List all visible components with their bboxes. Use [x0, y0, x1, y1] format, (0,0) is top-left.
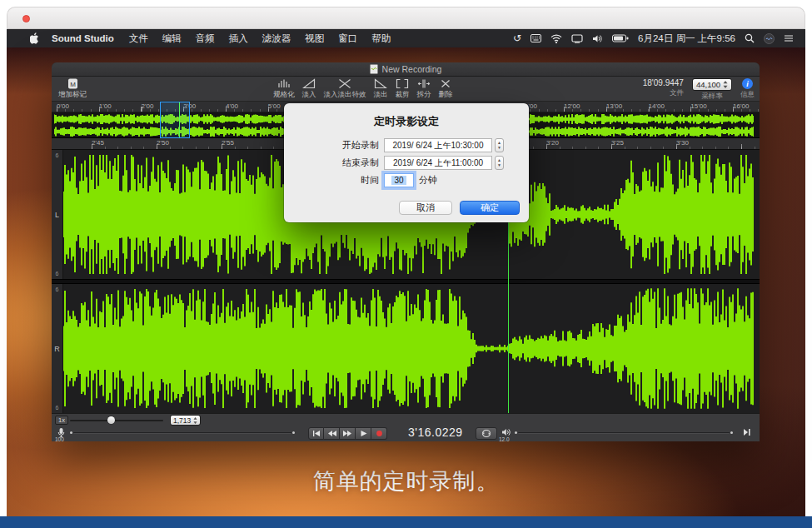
- fade-in-icon: [302, 78, 316, 89]
- menubar-status-area: ↺ 6月24日 周一 上午9:56: [513, 32, 794, 45]
- screenshot-frame-bar: [7, 7, 805, 29]
- ruler-tick-label: 2'45: [92, 139, 104, 147]
- ruler-tick-label: 2'50: [157, 139, 169, 147]
- duration-field[interactable]: 30: [384, 173, 414, 187]
- view-selection-box[interactable]: [160, 102, 190, 138]
- input-level-slider[interactable]: [70, 430, 295, 436]
- menubar-app-name[interactable]: Sound Studio: [52, 33, 114, 43]
- ruler-tick-label: 13'00: [606, 102, 622, 110]
- menu-edit[interactable]: 编辑: [162, 32, 182, 45]
- delete-icon: [439, 78, 452, 89]
- end-record-row: 结束录制 2019/ 6/24 上午11:00:00 ▲▼: [284, 154, 529, 172]
- siri-icon[interactable]: [764, 33, 775, 44]
- keyboard-input-icon[interactable]: [531, 34, 541, 42]
- delete-button[interactable]: 删除: [439, 78, 453, 100]
- add-marker-icon: M: [67, 78, 78, 89]
- transport-bar: 1x 1,713 100: [52, 413, 760, 441]
- ruler-tick-label: 2'00: [142, 102, 154, 110]
- split-button[interactable]: 拆分: [417, 78, 431, 100]
- trim-button[interactable]: 裁剪: [396, 78, 410, 100]
- menu-help[interactable]: 帮助: [371, 32, 391, 45]
- menu-file[interactable]: 文件: [129, 32, 148, 45]
- ruler-tick-label: 2'55: [222, 139, 234, 147]
- menubar-clock[interactable]: 6月24日 周一 上午9:56: [638, 32, 735, 45]
- start-record-row: 开始录制 2019/ 6/24 上午10:30:00 ▲▼: [284, 137, 529, 154]
- go-to-start-button[interactable]: [308, 427, 324, 440]
- overview-playhead: [179, 102, 180, 137]
- notification-center-icon[interactable]: [784, 34, 794, 42]
- ruler-tick-label: 3'25: [611, 139, 624, 147]
- normalize-button[interactable]: 规格化: [273, 78, 295, 100]
- right-channel-track: 6 R 6: [52, 284, 760, 413]
- close-dot[interactable]: [22, 15, 30, 22]
- fade-out-button[interactable]: 淡出: [374, 78, 388, 100]
- cancel-button[interactable]: 取消: [399, 201, 452, 215]
- menu-view[interactable]: 视图: [305, 32, 324, 45]
- file-length-value: 18'09.9447: [643, 78, 684, 87]
- duration-unit-label: 分钟: [419, 174, 437, 187]
- right-waveform-area[interactable]: [63, 284, 754, 413]
- go-to-end-button[interactable]: [743, 428, 751, 436]
- duration-row: 时间 30 分钟: [284, 172, 529, 189]
- zoom-slider-thumb[interactable]: [107, 416, 115, 424]
- start-record-stepper[interactable]: ▲▼: [495, 138, 504, 152]
- file-length-block: 18'09.9447 文件: [643, 78, 684, 98]
- left-track-scale-gutter: 6 L 6: [52, 150, 63, 279]
- menu-window[interactable]: 窗口: [338, 32, 357, 45]
- document-icon: [370, 64, 378, 74]
- ruler-tick-label: 14'00: [649, 102, 665, 110]
- output-volume-slider[interactable]: [515, 430, 733, 436]
- menu-filter[interactable]: 滤波器: [262, 32, 291, 45]
- zoom-level[interactable]: 1x: [55, 416, 68, 425]
- fast-forward-button[interactable]: [340, 427, 356, 440]
- sample-rate-block: 44,100 采样率: [692, 78, 732, 102]
- play-button[interactable]: [356, 427, 371, 440]
- loop-button[interactable]: [476, 427, 497, 440]
- fast-forward-icon: [343, 430, 352, 437]
- input-level-value: 100: [55, 436, 64, 441]
- time-machine-icon[interactable]: ↺: [513, 33, 521, 43]
- time-display: 3'16.0229: [408, 426, 463, 439]
- ruler-tick-label: 16'00: [733, 102, 749, 110]
- end-record-label: 结束录制: [322, 157, 379, 169]
- end-record-stepper[interactable]: ▲▼: [495, 156, 504, 170]
- loop-icon: [481, 429, 492, 438]
- battery-icon[interactable]: [612, 34, 629, 42]
- window-titlebar[interactable]: New Recording: [52, 62, 760, 77]
- rewind-button[interactable]: [324, 427, 340, 440]
- edit-tools: 规格化 淡入 淡入淡出特效 淡出 裁剪: [273, 78, 453, 100]
- start-record-field[interactable]: 2019/ 6/24 上午10:30:00: [384, 138, 492, 152]
- info-icon[interactable]: i: [742, 78, 753, 89]
- volume-icon[interactable]: [592, 34, 603, 43]
- duration-label: 时间: [322, 174, 379, 187]
- ruler-tick-label: 3'20: [546, 139, 559, 147]
- samples-per-pixel-combo[interactable]: 1,713: [170, 415, 201, 426]
- spotlight-search-icon[interactable]: [745, 33, 755, 43]
- crossfade-button[interactable]: 淡入淡出特效: [324, 78, 366, 100]
- channel-label-left: L: [52, 211, 62, 219]
- menu-audio[interactable]: 音频: [196, 32, 215, 45]
- window-title: New Recording: [382, 64, 442, 74]
- display-mirroring-icon[interactable]: [571, 34, 583, 43]
- menu-insert[interactable]: 插入: [229, 32, 248, 45]
- fade-in-button[interactable]: 淡入: [302, 78, 316, 100]
- crossfade-icon: [338, 78, 351, 89]
- normalize-icon: [277, 78, 291, 89]
- dialog-buttons: 取消 确定: [399, 201, 520, 215]
- wifi-icon[interactable]: [550, 34, 562, 43]
- ok-button[interactable]: 确定: [460, 201, 520, 215]
- marketing-page: Sound Studio 文件 编辑 音频 插入 滤波器 视图 窗口 帮助 ↺: [0, 0, 812, 528]
- apple-menu-icon[interactable]: [30, 32, 40, 44]
- zoom-slider[interactable]: [70, 416, 163, 425]
- sample-rate-combo[interactable]: 44,100: [692, 78, 732, 91]
- rewind-icon: [327, 430, 336, 437]
- ruler-tick-label: 4'00: [226, 102, 238, 110]
- add-marker-button[interactable]: M 增加标记: [58, 78, 87, 100]
- dialog-form: 开始录制 2019/ 6/24 上午10:30:00 ▲▼ 结束录制 2019/…: [284, 137, 529, 189]
- speaker-icon: [501, 428, 511, 436]
- sample-rate-label: 采样率: [701, 92, 723, 102]
- record-button[interactable]: [371, 427, 387, 440]
- transport-controls: [308, 427, 387, 440]
- end-record-field[interactable]: 2019/ 6/24 上午11:00:00: [384, 156, 492, 170]
- go-to-end-icon: [743, 428, 751, 436]
